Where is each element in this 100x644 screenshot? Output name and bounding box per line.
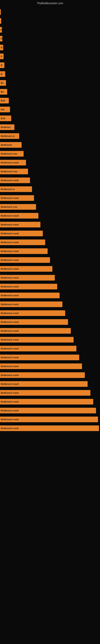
bar-item: Bottleneck result xyxy=(0,426,99,431)
bar-label: Bo xyxy=(1,90,4,93)
bar-row: B xyxy=(0,70,100,78)
bar-label: Bottleneck result xyxy=(1,427,19,430)
bar-item: Bottleneck result xyxy=(0,178,30,183)
bar-row: Bottleneck result xyxy=(0,194,100,202)
bar-item: Bottleneck result xyxy=(0,346,76,352)
bar-item: Bottleneck re xyxy=(0,133,19,139)
bar-row: Bottleneck result xyxy=(0,335,100,344)
bar-item: Bottleneck xyxy=(0,142,22,148)
bar-label: Bottleneck result xyxy=(1,312,19,314)
bar-label: Bott xyxy=(1,100,5,102)
bar-row: Bottleneck result xyxy=(0,273,100,282)
bar-label: Bottleneck result xyxy=(1,179,19,182)
bar-item: Bottleneck result xyxy=(0,275,55,280)
bar-label: Bottleneck result xyxy=(1,321,19,323)
bar-item: Bottleneck result xyxy=(0,354,79,360)
bar-row: Bottleneck result xyxy=(0,238,100,247)
bar-label: Bottleneck result xyxy=(1,294,19,297)
bar-row: Bottleneck result xyxy=(0,291,100,300)
bar-item: Bottleneck result xyxy=(0,310,65,316)
bar-item: Bottleneck result xyxy=(0,328,71,334)
bar-label: Bott xyxy=(1,117,5,120)
bar-label: Bottleneck result xyxy=(1,409,19,412)
bar-row: Bottleneck result xyxy=(0,282,100,291)
bar-label: Bottleneck result xyxy=(1,418,19,420)
bar-item: Bottleneck result xyxy=(0,302,62,307)
bar-item: Bottleneck result xyxy=(0,408,96,413)
bar-item: Bottleneck result xyxy=(0,292,60,298)
bar-row: Bottleneck result xyxy=(0,362,100,371)
bar-row: Bottleneck re xyxy=(0,132,100,140)
site-header: TheBottlenecker.com xyxy=(0,0,100,6)
bar-row: Bottleneck result xyxy=(0,344,100,353)
bar-row: Bottleneck result xyxy=(0,371,100,380)
bar-label: Bottleneck result xyxy=(1,303,19,306)
bar-label: Bottleneck result xyxy=(1,232,19,235)
bar-row: Bott xyxy=(0,96,100,105)
bar-row: B xyxy=(0,61,100,70)
bar-row xyxy=(0,8,100,16)
bar-item: Bottleneck result xyxy=(0,248,48,254)
bar-item: Bottleneck re xyxy=(0,186,32,192)
bar-row: Bottleneck result xyxy=(0,300,100,309)
bar-label: E xyxy=(1,28,2,31)
bar-label: Bottleneck re xyxy=(1,135,15,137)
bar-label: Bottleneck resu xyxy=(1,152,17,155)
bar-item: Bottleneck result xyxy=(0,266,52,272)
bar-item: Bottleneck resu xyxy=(0,204,36,210)
bar-item: Bottleneck result xyxy=(0,195,34,201)
bar-label: Bottleneck result xyxy=(1,285,19,288)
bar-item: Bottleneck result xyxy=(0,319,68,325)
bar-item: Bottleneck result xyxy=(0,222,40,228)
bar-label: Bottleneck result xyxy=(1,400,19,403)
bar-row: Bottleneck resu xyxy=(0,149,100,158)
bar-label: B xyxy=(1,46,2,49)
bar-row: Bottleneck result xyxy=(0,264,100,273)
bar-row: Bottleneck result xyxy=(0,309,100,318)
bar-label: Bottleneck result xyxy=(1,197,19,199)
bar-label: Bottleneck result xyxy=(1,338,19,341)
bar-row: Bottleneck result xyxy=(0,424,100,433)
bar-item: Bottleneck result xyxy=(0,390,90,396)
bar-row: Bottleneck result xyxy=(0,229,100,238)
bar-row: Bottleneck resu xyxy=(0,202,100,211)
bar-row: Bottleneck result xyxy=(0,353,100,362)
bar-item: Bo xyxy=(0,80,6,86)
bar-item: Bottleneck result xyxy=(0,257,50,263)
bar-row: Bottleneck result xyxy=(0,380,100,388)
bar-row: Bottleneck result xyxy=(0,158,100,167)
bar-row: Bottleneck xyxy=(0,140,100,149)
bar-row: Bottleneck result xyxy=(0,256,100,264)
bar-item: Bottleneck result xyxy=(0,160,26,166)
bar-label: Bottleneck result xyxy=(1,214,19,217)
bar-item: Bottleneck result xyxy=(0,337,74,342)
bar-item: Bottleneck resu xyxy=(0,169,28,174)
bar-item: Bot xyxy=(0,107,10,112)
bar-label: Bottleneck result xyxy=(1,347,19,350)
bar-item: Bottleneck result xyxy=(0,231,43,236)
bar-label: Bottlenec xyxy=(1,126,11,128)
bar-item: B xyxy=(0,45,3,50)
bar-row: Bottleneck result xyxy=(0,406,100,415)
bar-row: E xyxy=(0,52,100,61)
bar-row: B xyxy=(0,43,100,52)
bar-item: E xyxy=(0,27,2,32)
bar-label: Bottleneck result xyxy=(1,276,19,279)
bar-label: Bo xyxy=(1,82,4,84)
bar-label: Bottleneck result xyxy=(1,162,19,164)
bar-item: Bottlenec xyxy=(0,124,14,130)
bars-container: EHBEBBBoBoBottBotBottBottlenecBottleneck… xyxy=(0,6,100,435)
bar-item: Bottleneck result xyxy=(0,399,93,404)
bar-row xyxy=(0,16,100,25)
bar-item: Bottleneck result xyxy=(0,213,38,218)
bar-label: Bottleneck re xyxy=(1,188,15,190)
bar-row: Bot xyxy=(0,105,100,114)
bar-row: H xyxy=(0,34,100,43)
bar-item xyxy=(0,9,1,15)
bar-label: Bottleneck result xyxy=(1,356,19,359)
bar-label: Bottleneck result xyxy=(1,392,19,394)
site-title: TheBottlenecker.com xyxy=(0,0,100,6)
bar-row: Bottleneck result xyxy=(0,220,100,229)
bar-label: Bottleneck result xyxy=(1,241,19,244)
bar-row: Bottleneck resu xyxy=(0,167,100,176)
